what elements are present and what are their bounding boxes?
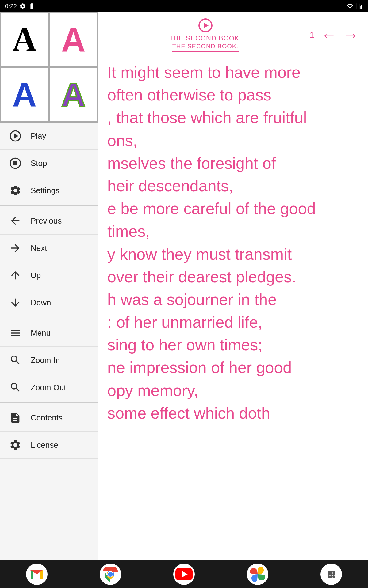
- settings-status-icon: [19, 3, 26, 9]
- menu-item-contents[interactable]: Contents: [0, 404, 98, 432]
- font-cell-1[interactable]: A: [0, 12, 49, 67]
- content-line-12: sing to her own times;: [107, 334, 359, 356]
- stop-icon: [9, 156, 22, 170]
- zoom-in-label: Zoom In: [31, 356, 60, 365]
- content-line-15: some effect which doth: [107, 402, 359, 424]
- svg-marker-1: [14, 134, 17, 138]
- stop-label: Stop: [31, 159, 47, 168]
- header-book-info: THE SECOND BOOK. THE SECOND BOOK.: [107, 18, 303, 52]
- wifi-icon: [346, 3, 354, 9]
- content-line-8: y know they must transmit: [107, 243, 359, 265]
- menu-item-settings[interactable]: Settings: [0, 177, 98, 204]
- menu-item-stop[interactable]: Stop: [0, 150, 98, 177]
- status-left: 0:22: [5, 3, 35, 10]
- svg-point-18: [332, 571, 335, 573]
- menu-item-up[interactable]: Up: [0, 262, 98, 289]
- battery-status-icon: [29, 3, 35, 9]
- svg-point-17: [330, 571, 332, 573]
- content-line-14: opy memory,: [107, 380, 359, 401]
- font-cell-3[interactable]: A: [0, 67, 49, 122]
- nav-back-button[interactable]: ←: [321, 26, 337, 44]
- gear-icon: [9, 184, 22, 197]
- content-line-10: h was a sojourner in the: [107, 289, 359, 310]
- menu-label: Menu: [31, 328, 51, 338]
- menu-icon: [9, 326, 22, 340]
- svg-point-24: [332, 575, 335, 578]
- svg-point-23: [330, 575, 332, 578]
- up-label: Up: [31, 271, 41, 280]
- content-line-7: times,: [107, 221, 359, 242]
- menu-item-license[interactable]: License: [0, 432, 98, 459]
- status-right: [346, 3, 363, 9]
- content-line-6: e be more careful of the good: [107, 198, 359, 219]
- content-line-11: : of her unmarried life,: [107, 311, 359, 333]
- zoom-in-icon: [9, 353, 22, 367]
- apps-grid-button[interactable]: [320, 564, 342, 585]
- font-cell-2[interactable]: A: [49, 12, 98, 67]
- menu-item-play[interactable]: Play: [0, 123, 98, 150]
- contents-icon: [9, 411, 22, 424]
- sidebar: A A A A Play: [0, 12, 98, 560]
- chrome-app-button[interactable]: [100, 564, 121, 585]
- divider-3: [0, 402, 98, 403]
- arrow-down-icon: [9, 296, 22, 309]
- contents-label: Contents: [31, 413, 63, 423]
- content-line-3: ons,: [107, 130, 359, 151]
- content-line-9: over their dearest pledges.: [107, 266, 359, 288]
- book-title-main: THE SECOND BOOK.: [169, 34, 242, 42]
- svg-marker-5: [204, 23, 209, 28]
- arrow-left-icon: [9, 214, 22, 228]
- menu-item-zoom-in[interactable]: Zoom In: [0, 347, 98, 374]
- menu-item-next[interactable]: Next: [0, 235, 98, 262]
- svg-point-20: [330, 573, 332, 575]
- youtube-app-button[interactable]: [173, 564, 195, 585]
- play-label: Play: [31, 131, 46, 141]
- content-area: THE SECOND BOOK. THE SECOND BOOK. 1 ← → …: [98, 12, 368, 560]
- menu-item-previous[interactable]: Previous: [0, 207, 98, 235]
- svg-rect-3: [14, 162, 17, 165]
- svg-point-21: [332, 573, 335, 575]
- book-title-sub: THE SECOND BOOK.: [172, 43, 239, 52]
- zoom-out-icon: [9, 381, 22, 394]
- time-display: 0:22: [5, 3, 17, 10]
- arrow-right-icon: [9, 241, 22, 255]
- play-icon: [9, 129, 22, 143]
- arrow-up-icon: [9, 269, 22, 282]
- zoom-out-label: Zoom Out: [31, 383, 66, 392]
- header-nav: 1 ← →: [309, 26, 359, 44]
- header-play-button[interactable]: [198, 18, 213, 33]
- page-number: 1: [309, 30, 315, 40]
- font-grid: A A A A: [0, 12, 98, 123]
- main-layout: A A A A Play: [0, 12, 368, 560]
- menu-item-down[interactable]: Down: [0, 289, 98, 316]
- gmail-app-button[interactable]: [26, 564, 48, 585]
- font-letter-2: A: [61, 20, 86, 59]
- content-header: THE SECOND BOOK. THE SECOND BOOK. 1 ← →: [98, 12, 368, 55]
- menu-item-menu[interactable]: Menu: [0, 319, 98, 347]
- content-line-0: It might seem to have more: [107, 62, 359, 83]
- font-letter-1: A: [12, 20, 36, 59]
- content-line-13: ne impression of her good: [107, 357, 359, 378]
- content-line-1: often otherwise to pass: [107, 84, 359, 106]
- content-text: It might seem to have more often otherwi…: [98, 55, 368, 560]
- status-bar: 0:22: [0, 0, 368, 12]
- license-label: License: [31, 440, 58, 450]
- menu-item-zoom-out[interactable]: Zoom Out: [0, 374, 98, 401]
- menu-section: Play Stop Settings: [0, 123, 98, 459]
- photos-app-button[interactable]: [247, 564, 268, 585]
- settings-label: Settings: [31, 186, 59, 195]
- font-cell-4[interactable]: A: [49, 67, 98, 122]
- svg-point-19: [328, 573, 330, 575]
- content-line-5: heir descendants,: [107, 175, 359, 197]
- svg-point-16: [328, 571, 330, 573]
- license-icon: [9, 438, 22, 452]
- down-label: Down: [31, 298, 51, 307]
- svg-point-22: [328, 575, 330, 578]
- font-letter-4: A: [61, 75, 86, 114]
- font-letter-3: A: [12, 75, 36, 114]
- divider-1: [0, 205, 98, 206]
- content-line-2: , that those which are fruitful: [107, 107, 359, 128]
- nav-forward-button[interactable]: →: [343, 26, 359, 44]
- bottom-bar: [0, 560, 368, 588]
- signal-icon: [356, 3, 363, 9]
